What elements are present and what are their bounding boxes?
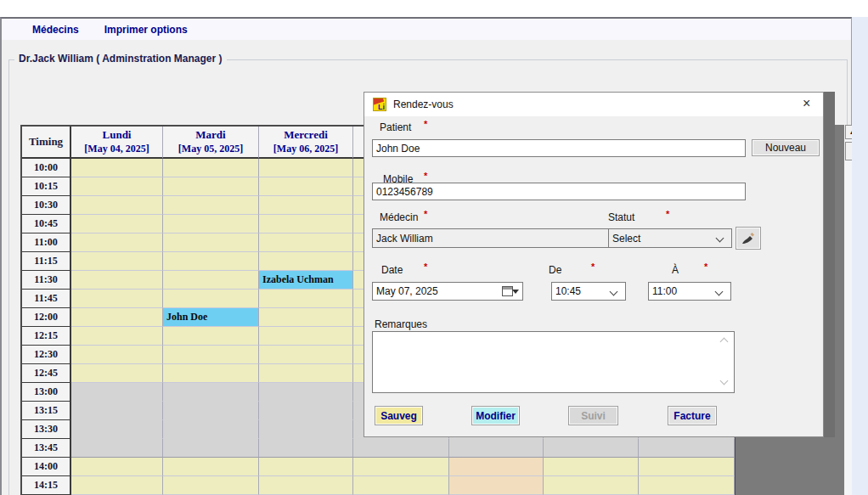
time-label-11:00: 11:00: [22, 233, 71, 252]
slot-lundi-12:00[interactable]: [71, 308, 163, 327]
chevron-down-icon: [715, 288, 724, 296]
slot-lundi-10:00[interactable]: [71, 159, 163, 177]
slot-mercredi-10:45[interactable]: [259, 215, 353, 233]
slot-mercredi-12:45[interactable]: [259, 364, 353, 383]
nouveau-button[interactable]: Nouveau: [752, 139, 820, 156]
slot-mardi-12:15[interactable]: [163, 327, 259, 346]
facture-button[interactable]: Facture: [668, 406, 717, 425]
slot-jeudi-14:15[interactable]: [353, 476, 449, 495]
slot-lundi-13:15[interactable]: [71, 402, 163, 420]
brush-icon: [741, 232, 756, 245]
slot-lundi-14:15[interactable]: [71, 476, 163, 495]
de-time-select[interactable]: 10:45: [551, 282, 626, 301]
a-selected-value: 11:00: [652, 285, 677, 297]
slot-mardi-10:00[interactable]: [163, 159, 259, 177]
dialog-titlebar[interactable]: Li Rendez-vous ×: [364, 93, 823, 116]
doctor-groupbox-title: Dr.Jack William ( Adminstration Manager …: [14, 53, 227, 65]
slot-samedi-13:45[interactable]: [544, 439, 639, 458]
slot-lundi-11:15[interactable]: [71, 252, 163, 271]
time-label-11:45: 11:45: [22, 290, 71, 308]
slot-mercredi-12:00[interactable]: [259, 308, 353, 327]
slot-mercredi-12:15[interactable]: [259, 327, 353, 346]
slot-samedi-14:15[interactable]: [544, 476, 639, 495]
slot-mardi-11:00[interactable]: [163, 233, 259, 252]
slot-lundi-11:00[interactable]: [71, 233, 163, 252]
slot-dimanche-14:15[interactable]: [639, 476, 735, 495]
slot-mercredi-13:15[interactable]: [259, 402, 353, 420]
menu-item-1[interactable]: Imprimer options: [104, 24, 188, 36]
slot-mardi-14:15[interactable]: [163, 476, 259, 495]
slot-mardi-10:30[interactable]: [163, 196, 259, 215]
slot-mardi-11:15[interactable]: [163, 252, 259, 271]
slot-lundi-13:00[interactable]: Break: [71, 383, 163, 402]
slot-mardi-10:45[interactable]: [163, 215, 259, 233]
date-label: Date: [381, 264, 403, 276]
slot-lundi-11:45[interactable]: [71, 290, 163, 308]
slot-mardi-11:30[interactable]: [163, 271, 259, 290]
slot-lundi-10:15[interactable]: [71, 177, 163, 196]
remarques-textarea[interactable]: [372, 331, 735, 393]
time-label-13:00: 13:00: [22, 383, 71, 402]
slot-mardi-10:15[interactable]: [163, 177, 259, 196]
statut-required-marker: *: [666, 209, 669, 219]
brush-button[interactable]: [736, 227, 761, 250]
time-label-13:15: 13:15: [22, 402, 71, 420]
slot-lundi-13:30[interactable]: [71, 420, 163, 439]
appointment-mardi-12:00[interactable]: John Doe: [163, 308, 259, 327]
slot-lundi-12:30[interactable]: [71, 346, 163, 364]
day-header-mercredi: Mercredi[May 06, 2025]: [259, 127, 353, 159]
time-label-12:00: 12:00: [22, 308, 71, 327]
slot-mercredi-11:45[interactable]: [259, 290, 353, 308]
slot-vendredi-13:45[interactable]: [449, 439, 544, 458]
slot-vendredi-14:00[interactable]: [449, 458, 544, 476]
slot-mercredi-14:00[interactable]: [259, 458, 353, 476]
slot-mercredi-12:30[interactable]: [259, 346, 353, 364]
time-label-12:15: 12:15: [22, 327, 71, 346]
slot-lundi-11:30[interactable]: [71, 271, 163, 290]
date-picker[interactable]: May 07, 2025: [372, 282, 523, 301]
slot-jeudi-13:45[interactable]: [353, 439, 449, 458]
chevron-down-icon: [720, 377, 729, 385]
slot-mercredi-14:15[interactable]: [259, 476, 353, 495]
mobile-input[interactable]: 0123456789: [372, 183, 746, 200]
slot-mardi-12:45[interactable]: [163, 364, 259, 383]
slot-dimanche-13:45[interactable]: [639, 439, 735, 458]
slot-dimanche-14:00[interactable]: [639, 458, 735, 476]
menu-item-0[interactable]: Médecins: [32, 24, 79, 36]
slot-lundi-12:45[interactable]: [71, 364, 163, 383]
slot-mercredi-11:15[interactable]: [259, 252, 353, 271]
slot-mercredi-13:45[interactable]: [259, 439, 353, 458]
sauveg-button[interactable]: Sauveg: [375, 406, 423, 425]
a-time-select[interactable]: 11:00: [648, 282, 731, 301]
appointment-mercredi-11:30[interactable]: Izabela Uchman: [259, 271, 353, 290]
modifier-button[interactable]: Modifier: [471, 406, 520, 425]
slot-mercredi-10:30[interactable]: [259, 196, 353, 215]
slot-lundi-10:45[interactable]: [71, 215, 163, 233]
slot-mercredi-13:00[interactable]: Break: [259, 383, 353, 402]
slot-samedi-14:00[interactable]: [544, 458, 639, 476]
slot-mercredi-10:00[interactable]: [259, 159, 353, 177]
slot-mercredi-10:15[interactable]: [259, 177, 353, 196]
patient-input[interactable]: John Doe: [372, 139, 746, 157]
slot-mercredi-13:30[interactable]: [259, 420, 353, 439]
slot-mardi-13:00[interactable]: Break: [163, 383, 259, 402]
slot-mardi-13:15[interactable]: [163, 402, 259, 420]
slot-lundi-13:45[interactable]: [71, 439, 163, 458]
slot-mardi-14:00[interactable]: [163, 458, 259, 476]
slot-lundi-14:00[interactable]: [71, 458, 163, 476]
slot-jeudi-14:00[interactable]: [353, 458, 449, 476]
app-logo-icon: Li: [373, 98, 386, 111]
close-icon[interactable]: ×: [803, 96, 810, 111]
chevron-down-icon: [610, 288, 618, 296]
a-required-marker: *: [704, 262, 707, 272]
slot-mardi-11:45[interactable]: [163, 290, 259, 308]
slot-mardi-12:30[interactable]: [163, 346, 259, 364]
slot-lundi-10:30[interactable]: [71, 196, 163, 215]
slot-vendredi-14:15[interactable]: [449, 476, 544, 495]
time-label-11:30: 11:30: [22, 271, 71, 290]
slot-lundi-12:15[interactable]: [71, 327, 163, 346]
slot-mardi-13:45[interactable]: [163, 439, 259, 458]
slot-mercredi-11:00[interactable]: [259, 233, 353, 252]
slot-mardi-13:30[interactable]: [163, 420, 259, 439]
statut-select[interactable]: Select: [608, 228, 732, 248]
